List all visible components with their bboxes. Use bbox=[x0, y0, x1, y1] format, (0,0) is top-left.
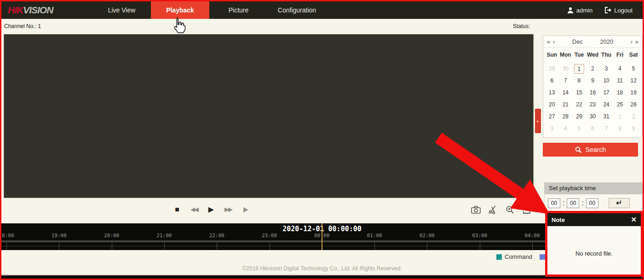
calendar-day[interactable]: 7 bbox=[599, 122, 613, 134]
weekday-mon: Mon bbox=[559, 49, 573, 61]
calendar-day[interactable]: 5 bbox=[627, 63, 640, 75]
channel-label: Channel No.: 1 bbox=[4, 23, 41, 29]
calendar-day[interactable]: 9 bbox=[627, 122, 640, 134]
tick-label: 21:00 bbox=[156, 233, 172, 239]
calendar-day[interactable]: 15 bbox=[572, 87, 586, 99]
note-dialog-message: No record file. bbox=[547, 226, 641, 257]
download-button[interactable] bbox=[522, 204, 532, 215]
calendar-day[interactable]: 20 bbox=[545, 99, 559, 111]
calendar-day[interactable]: 29 bbox=[572, 111, 586, 122]
tick-line bbox=[427, 242, 427, 250]
user-icon bbox=[567, 7, 574, 13]
search-button[interactable]: Search bbox=[543, 143, 638, 157]
second-field[interactable] bbox=[586, 198, 598, 208]
calendar-day[interactable]: 31 bbox=[599, 111, 613, 122]
camera-icon bbox=[471, 206, 481, 214]
calendar-day[interactable]: 17 bbox=[599, 87, 613, 99]
next-year-icon[interactable]: » bbox=[635, 38, 638, 45]
tab-picture[interactable]: Picture bbox=[209, 1, 268, 19]
user-name: admin bbox=[576, 7, 592, 14]
calendar-day[interactable]: 3 bbox=[545, 122, 559, 134]
player-controls: ■◀◀▶▶▶|▶ bbox=[172, 203, 250, 216]
tick-line bbox=[532, 242, 533, 250]
legend-swatch bbox=[540, 254, 545, 260]
tick-line bbox=[164, 242, 165, 250]
clip-button[interactable] bbox=[488, 204, 498, 215]
timeline-playhead[interactable] bbox=[322, 223, 322, 250]
stop-button[interactable]: ■ bbox=[172, 203, 182, 216]
step-forward-button[interactable]: |▶ bbox=[241, 203, 250, 216]
minute-field[interactable] bbox=[567, 198, 579, 208]
set-playback-time-row: : : ↵ bbox=[544, 194, 643, 212]
tab-playback[interactable]: Playback bbox=[151, 1, 209, 19]
calendar-day[interactable]: 24 bbox=[599, 99, 613, 111]
tab-configuration[interactable]: Configuration bbox=[268, 1, 326, 19]
tick-line bbox=[480, 242, 480, 250]
prev-month-icon[interactable]: ‹ bbox=[553, 38, 555, 45]
calendar-day[interactable]: 25 bbox=[613, 99, 627, 111]
video-viewport bbox=[4, 34, 534, 198]
capture-button[interactable] bbox=[471, 204, 481, 215]
tick-line bbox=[6, 242, 7, 250]
calendar-day[interactable]: 12 bbox=[627, 75, 640, 87]
calendar-day[interactable]: 1 bbox=[613, 111, 627, 122]
tab-live-view[interactable]: Live View bbox=[92, 1, 151, 19]
calendar-day[interactable]: 4 bbox=[613, 63, 627, 75]
hour-field[interactable] bbox=[548, 198, 560, 208]
rewind-button[interactable]: ◀◀ bbox=[190, 203, 199, 216]
calendar-day-selected[interactable]: 1 bbox=[572, 63, 586, 75]
close-icon[interactable]: ✕ bbox=[631, 216, 637, 224]
legend-item-command: Command bbox=[496, 253, 532, 260]
calendar-day[interactable]: 30 bbox=[559, 63, 573, 75]
prev-year-icon[interactable]: « bbox=[547, 38, 550, 45]
digital-zoom-button[interactable] bbox=[505, 204, 515, 215]
calendar-day[interactable]: 19 bbox=[627, 87, 640, 99]
calendar-day[interactable]: 3 bbox=[599, 63, 613, 75]
calendar-day[interactable]: 23 bbox=[586, 99, 600, 111]
calendar-day[interactable]: 2 bbox=[627, 111, 640, 122]
calendar-day[interactable]: 29 bbox=[545, 63, 559, 75]
calendar-header: « ‹ Dec 2020 › » bbox=[543, 36, 642, 48]
logout-label: Logout bbox=[614, 7, 632, 14]
calendar-day[interactable]: 9 bbox=[586, 75, 600, 87]
logo-hik: HIK bbox=[8, 5, 23, 15]
calendar-day[interactable]: 18 bbox=[613, 87, 627, 99]
calendar-day[interactable]: 6 bbox=[586, 122, 600, 134]
search-icon bbox=[575, 146, 582, 153]
calendar-panel: « ‹ Dec 2020 › » SunMonTueWedThuFriSat 2… bbox=[543, 35, 643, 138]
tick-line bbox=[270, 242, 270, 250]
time-separator: : bbox=[581, 199, 583, 207]
play-button[interactable]: ▶ bbox=[207, 203, 216, 216]
calendar-day[interactable]: 6 bbox=[545, 75, 559, 87]
calendar-day[interactable]: 28 bbox=[559, 111, 573, 122]
calendar-day[interactable]: 21 bbox=[559, 99, 573, 111]
weekday-sat: Sat bbox=[627, 49, 640, 61]
legend-swatch bbox=[496, 254, 502, 260]
calendar-day[interactable]: 8 bbox=[572, 75, 586, 87]
calendar-day[interactable]: 27 bbox=[545, 111, 559, 122]
calendar-day[interactable]: 14 bbox=[559, 87, 573, 99]
calendar-day[interactable]: 2 bbox=[586, 63, 600, 75]
calendar-month[interactable]: Dec bbox=[572, 38, 583, 45]
go-to-time-button[interactable]: ↵ bbox=[609, 198, 630, 208]
fast-forward-button[interactable]: ▶▶ bbox=[224, 203, 233, 216]
next-month-icon[interactable]: › bbox=[630, 38, 632, 45]
panel-expand-handle[interactable]: ▸ bbox=[535, 109, 541, 133]
calendar-day[interactable]: 30 bbox=[586, 111, 600, 122]
zoom-in-icon bbox=[506, 205, 514, 214]
logout-button[interactable]: Logout bbox=[604, 7, 632, 14]
calendar-day[interactable]: 11 bbox=[613, 75, 627, 87]
calendar-day[interactable]: 8 bbox=[613, 122, 627, 134]
calendar-year[interactable]: 2020 bbox=[600, 38, 613, 45]
calendar-day[interactable]: 13 bbox=[545, 87, 559, 99]
tick-line bbox=[217, 242, 217, 250]
calendar-day[interactable]: 10 bbox=[599, 75, 613, 87]
tick-label: 03:00 bbox=[472, 233, 487, 239]
time-separator: : bbox=[563, 199, 564, 207]
calendar-day[interactable]: 16 bbox=[586, 87, 600, 99]
calendar-day[interactable]: 4 bbox=[559, 122, 573, 134]
calendar-day[interactable]: 26 bbox=[627, 99, 640, 111]
calendar-day[interactable]: 7 bbox=[559, 75, 573, 87]
calendar-day[interactable]: 5 bbox=[572, 122, 586, 134]
calendar-day[interactable]: 22 bbox=[572, 99, 586, 111]
